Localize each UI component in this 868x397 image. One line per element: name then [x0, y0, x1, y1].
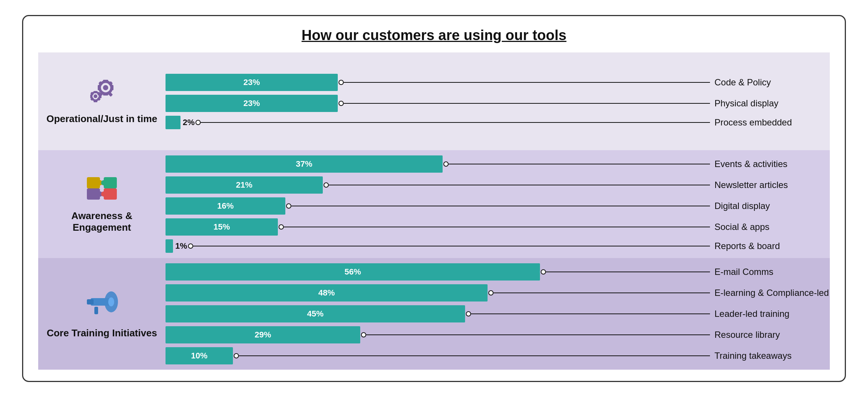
connector-line — [471, 313, 710, 314]
bar-label: Reports & board — [710, 241, 830, 251]
connector-line — [344, 103, 710, 104]
bar-label: Process embedded — [710, 117, 830, 128]
bar-row: 45%Leader-led training — [166, 305, 830, 322]
connector-area: Digital display — [285, 201, 830, 211]
bar-track: 45% — [166, 305, 465, 322]
connector-line — [546, 272, 710, 272]
bar-track: 2% — [166, 116, 195, 129]
connector-line — [291, 206, 710, 206]
section-operational: Operational/Just in time23%Code & Policy… — [38, 52, 830, 150]
section-label-training: Core Training Initiatives — [47, 327, 157, 339]
section-icon-label-operational: Operational/Just in time — [38, 52, 166, 150]
bar-track: 23% — [166, 74, 338, 91]
bar-pct-label: 1% — [175, 241, 187, 251]
bar-label: Training takeaways — [710, 351, 830, 361]
bar-row: 1%Reports & board — [166, 239, 830, 253]
bar-fill: 15% — [166, 218, 278, 236]
section-icon-label-training: Core Training Initiatives — [38, 258, 166, 370]
bar-track: 21% — [166, 176, 323, 194]
svg-point-11 — [94, 94, 97, 98]
connector-dot — [339, 80, 344, 85]
bar-row: 56%E-mail Comms — [166, 263, 830, 281]
bar-fill: 23% — [166, 95, 338, 112]
connector-line — [239, 355, 710, 356]
svg-rect-30 — [87, 299, 94, 304]
connector-dot — [286, 203, 291, 209]
connector-line — [284, 227, 710, 227]
bar-row: 37%Events & activities — [166, 155, 830, 173]
bar-pct-label: 2% — [183, 118, 195, 127]
bar-label: Leader-led training — [710, 309, 830, 319]
connector-line — [193, 246, 710, 246]
connector-dot — [324, 182, 329, 188]
connector-dot — [541, 269, 546, 275]
bar-label: Social & apps — [710, 222, 830, 232]
svg-rect-13 — [94, 100, 97, 102]
bar-label: Newsletter articles — [710, 180, 830, 190]
bar-label: Events & activities — [710, 159, 830, 169]
bar-track: 16% — [166, 197, 285, 215]
connector-area: E-learning & Compliance-led — [488, 288, 830, 298]
connector-dot — [466, 311, 471, 316]
svg-point-32 — [108, 297, 114, 306]
bar-track: 23% — [166, 95, 338, 112]
connector-area: Resource library — [360, 330, 830, 340]
bar-pct-label: 45% — [303, 309, 327, 319]
bar-pct-label: 23% — [240, 78, 264, 87]
connector-dot — [234, 353, 239, 358]
connector-line — [494, 293, 710, 293]
bar-pct-label: 23% — [240, 99, 264, 108]
connector-line — [201, 122, 710, 123]
bar-label: Resource library — [710, 330, 830, 340]
bar-pct-label: 56% — [341, 267, 365, 277]
connector-dot — [279, 224, 284, 230]
chart-title: How our customers are using our tools — [38, 27, 830, 43]
bar-row: 10%Training takeaways — [166, 347, 830, 364]
section-icon-training — [85, 289, 119, 324]
bar-row: 48%E-learning & Compliance-led — [166, 284, 830, 301]
bar-fill: 29% — [166, 326, 360, 343]
svg-point-1 — [103, 85, 108, 90]
connector-line — [449, 164, 710, 164]
bar-fill: 16% — [166, 197, 285, 215]
section-label-operational: Operational/Just in time — [46, 113, 157, 125]
bar-track: 37% — [166, 155, 443, 173]
bar-row: 15%Social & apps — [166, 218, 830, 236]
chart-body: Operational/Just in time23%Code & Policy… — [38, 52, 830, 370]
bar-label: Digital display — [710, 201, 830, 211]
bars-area-awareness: 37%Events & activities21%Newsletter arti… — [166, 150, 830, 258]
bar-pct-label: 21% — [232, 180, 256, 190]
bar-label: Physical display — [710, 98, 830, 109]
bar-label: E-mail Comms — [710, 267, 830, 277]
connector-dot — [339, 101, 344, 106]
bar-row: 29%Resource library — [166, 326, 830, 343]
bar-row: 21%Newsletter articles — [166, 176, 830, 194]
bar-track: 56% — [166, 263, 540, 281]
connector-line — [329, 185, 710, 185]
bar-track: 1% — [166, 239, 187, 253]
bar-label: E-learning & Compliance-led — [710, 288, 830, 298]
svg-rect-2 — [103, 80, 108, 83]
connector-area: Leader-led training — [465, 309, 830, 319]
connector-line — [344, 82, 710, 83]
bar-track: 15% — [166, 218, 278, 236]
bar-fill: 23% — [166, 74, 338, 91]
bar-fill: 10% — [166, 347, 233, 364]
connector-area: Physical display — [338, 98, 830, 109]
bar-pct-label: 29% — [251, 330, 275, 340]
bars-area-training: 56%E-mail Comms48%E-learning & Complianc… — [166, 258, 830, 370]
section-awareness: Awareness & Engagement37%Events & activi… — [38, 150, 830, 258]
svg-rect-12 — [94, 91, 97, 93]
bar-fill: 48% — [166, 284, 488, 301]
connector-dot — [188, 243, 193, 249]
chart-container: How our customers are using our tools Op… — [22, 15, 846, 382]
connector-area: Events & activities — [443, 159, 830, 169]
bar-pct-label: 48% — [315, 288, 339, 298]
bar-row: 23%Code & Policy — [166, 74, 830, 91]
bar-fill: 37% — [166, 155, 443, 173]
svg-point-26 — [101, 180, 106, 185]
connector-area: Newsletter articles — [323, 180, 830, 190]
svg-rect-15 — [99, 94, 101, 98]
svg-rect-3 — [103, 93, 108, 96]
connector-line — [366, 334, 710, 335]
